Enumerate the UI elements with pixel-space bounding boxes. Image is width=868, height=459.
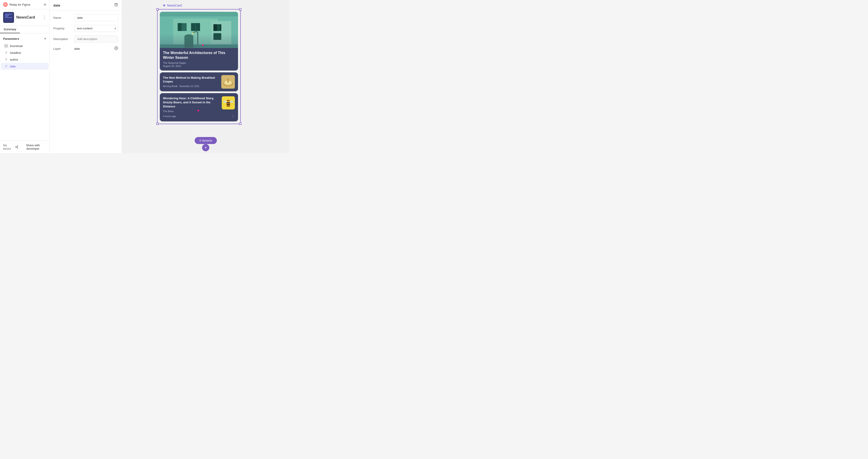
svg-point-4 <box>16 147 16 147</box>
share-icon <box>15 145 18 149</box>
layer-field-label: Layer <box>53 47 71 51</box>
svg-rect-8 <box>115 4 118 6</box>
params-section: Parameters + thumbnail T headline T auth… <box>0 33 50 141</box>
featured-content: The Wonderful Architectures of This Wint… <box>160 48 238 70</box>
article-2-date: November 10, 2021 <box>180 85 199 88</box>
svg-rect-40 <box>227 79 229 83</box>
params-title: Parameters <box>3 37 19 40</box>
featured-image-overlay <box>160 12 238 48</box>
param-item-thumbnail[interactable]: thumbnail <box>1 42 49 49</box>
add-parameter-button[interactable]: + <box>44 37 46 41</box>
text-icon-date: T <box>4 64 8 68</box>
featured-article: The Wonderful Architectures of This Wint… <box>160 12 238 70</box>
param-label-author: author <box>10 58 18 61</box>
thumbnail-icon <box>4 44 8 48</box>
layer-field-row: Layer date <box>53 46 118 51</box>
property-field-row: Property text-content ▾ <box>53 25 118 32</box>
param-item-author[interactable]: T author <box>1 56 49 63</box>
featured-article-date: August 25, 2021 <box>163 65 235 67</box>
article-3-time: 4 hours ago <box>163 115 176 118</box>
article-3-image <box>222 96 235 110</box>
component-frame: The Wonderful Architectures of This Wint… <box>157 9 241 124</box>
text-icon-author: T <box>4 57 8 61</box>
property-field-label: Property <box>53 27 71 30</box>
handle-bottom-left <box>156 123 159 125</box>
param-label-headline: headline <box>10 51 21 55</box>
trash-icon <box>114 3 118 7</box>
text-icon-headline: T <box>4 51 8 55</box>
variants-button[interactable]: 3 Variants <box>195 137 217 144</box>
name-field-row: Name <box>53 14 118 21</box>
layer-field-value-area: date <box>74 46 118 51</box>
article-2: The New Method to Making Breakfast Crepe… <box>160 72 238 91</box>
svg-point-13 <box>116 48 117 49</box>
handle-top-right <box>239 8 241 11</box>
svg-line-7 <box>16 147 17 148</box>
article-2-image <box>221 75 235 89</box>
panel-header: Relay for Figma ✕ <box>0 0 50 9</box>
bee-illustration <box>222 96 235 110</box>
app-logo <box>3 2 8 7</box>
article-2-text: The New Method to Making Breakfast Crepe… <box>163 76 219 88</box>
article-2-source: Morning Break <box>163 85 178 88</box>
close-button[interactable]: ✕ <box>43 2 46 7</box>
description-field-row: Description <box>53 35 118 42</box>
article-3-more-options[interactable]: ⋮ <box>231 114 235 118</box>
tab-summary[interactable]: Summary <box>0 26 20 33</box>
featured-image <box>160 12 238 48</box>
param-label-date: date <box>10 65 16 68</box>
svg-point-50 <box>228 100 229 101</box>
svg-point-48 <box>227 99 230 102</box>
svg-point-47 <box>229 101 234 103</box>
handle-bottom-right <box>239 123 241 125</box>
panel-footer: No errors Share with developer <box>0 141 50 153</box>
middle-panel: date Name Property text-content ▾ <box>50 0 122 153</box>
featured-pink-dot <box>202 44 204 46</box>
detail-body: Name Property text-content ▾ Description… <box>50 11 122 153</box>
param-label-thumbnail: thumbnail <box>10 44 23 48</box>
property-select[interactable]: text-content <box>74 25 118 32</box>
left-panel: Relay for Figma ✕ NewsCard ⋮ Summary Par… <box>0 0 50 153</box>
params-header: Parameters + <box>0 36 50 42</box>
article-2-title: The New Method to Making Breakfast Crepe… <box>163 76 219 84</box>
share-with-developer-button[interactable]: Share with developer <box>15 144 46 150</box>
svg-rect-44 <box>227 104 230 105</box>
panel-tabs: Summary <box>0 26 50 33</box>
article-3: Wondering Hour: A Childhood Story, Grizz… <box>160 93 238 122</box>
property-select-wrapper: text-content ▾ <box>74 25 118 32</box>
component-thumbnail <box>3 12 14 23</box>
param-item-headline[interactable]: T headline <box>1 49 49 56</box>
param-item-date[interactable]: T date <box>1 63 49 70</box>
delete-parameter-button[interactable] <box>114 3 118 8</box>
canvas-component-label: ❖ NewsCard <box>163 4 182 7</box>
no-errors-label: No errors <box>3 144 15 150</box>
detail-header: date <box>50 0 122 11</box>
detail-title-label: date <box>53 3 60 7</box>
svg-line-6 <box>16 146 17 147</box>
article-3-meta: 4 hours ago ⋮ <box>163 114 235 118</box>
featured-article-source: The Seasonal Sagas <box>163 61 235 64</box>
share-label: Share with developer <box>20 144 46 150</box>
svg-point-49 <box>227 100 228 101</box>
news-card-container: The Wonderful Architectures of This Wint… <box>160 12 238 121</box>
food-illustration <box>221 75 235 89</box>
svg-rect-45 <box>227 105 230 106</box>
description-field-input[interactable] <box>74 35 118 42</box>
description-field-label: Description <box>53 37 71 41</box>
target-icon[interactable] <box>114 46 118 51</box>
component-name-label: NewsCard <box>16 15 40 20</box>
component-header: NewsCard ⋮ <box>0 9 50 26</box>
add-variant-button[interactable]: + <box>202 144 209 151</box>
featured-article-title: The Wonderful Architectures of This Wint… <box>163 51 235 60</box>
name-field-input[interactable] <box>74 14 118 21</box>
svg-point-5 <box>17 148 18 148</box>
canvas-panel: ❖ NewsCard <box>122 0 289 153</box>
svg-point-3 <box>17 146 18 146</box>
component-more-button[interactable]: ⋮ <box>42 15 46 20</box>
canvas-component-name: NewsCard <box>167 4 182 7</box>
svg-point-46 <box>223 101 227 103</box>
article-2-meta: Morning Break November 10, 2021 <box>163 85 219 88</box>
diamond-icon: ❖ <box>163 4 166 7</box>
svg-point-1 <box>5 4 6 5</box>
name-field-label: Name <box>53 16 71 20</box>
